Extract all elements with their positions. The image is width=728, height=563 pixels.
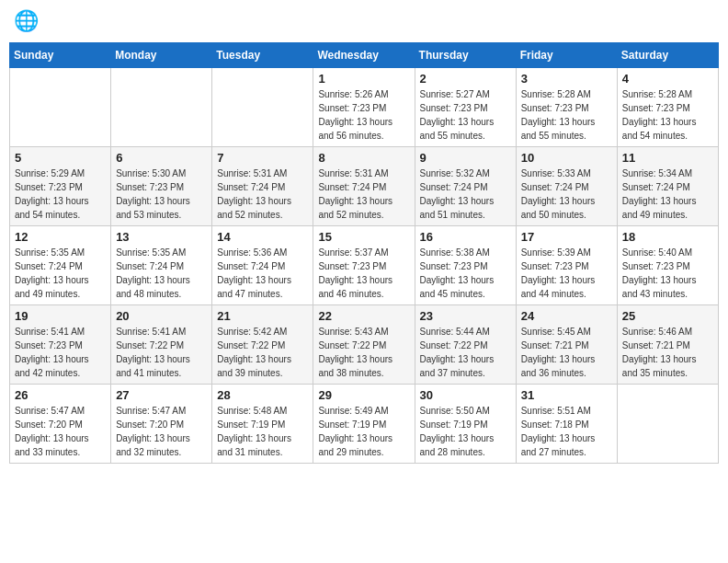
page-header: 🌐 [9,9,719,35]
day-number: 4 [622,72,713,86]
day-info: Sunrise: 5:27 AMSunset: 7:23 PMDaylight:… [420,87,511,143]
day-number: 7 [217,151,308,165]
day-info: Sunrise: 5:43 AMSunset: 7:22 PMDaylight:… [318,325,409,380]
calendar-day-cell: 16Sunrise: 5:38 AMSunset: 7:23 PMDayligh… [415,226,516,305]
day-info: Sunrise: 5:35 AMSunset: 7:24 PMDaylight:… [116,246,207,301]
day-number: 29 [318,388,409,402]
calendar-day-cell [111,68,212,147]
day-number: 26 [15,388,106,402]
day-number: 9 [420,151,511,165]
day-info: Sunrise: 5:48 AMSunset: 7:19 PMDaylight:… [217,404,308,459]
calendar-header-cell: Sunday [10,43,111,68]
day-number: 15 [318,230,409,244]
calendar-day-cell: 26Sunrise: 5:47 AMSunset: 7:20 PMDayligh… [10,385,111,464]
day-number: 10 [521,151,612,165]
day-info: Sunrise: 5:39 AMSunset: 7:23 PMDaylight:… [521,246,612,301]
day-info: Sunrise: 5:29 AMSunset: 7:23 PMDaylight:… [15,167,106,222]
calendar-day-cell: 13Sunrise: 5:35 AMSunset: 7:24 PMDayligh… [111,226,212,305]
day-info: Sunrise: 5:42 AMSunset: 7:22 PMDaylight:… [217,325,308,380]
calendar-day-cell: 3Sunrise: 5:28 AMSunset: 7:23 PMDaylight… [516,68,617,147]
calendar-body: 1Sunrise: 5:26 AMSunset: 7:23 PMDaylight… [10,68,719,464]
calendar-header-cell: Wednesday [313,43,415,68]
calendar-week-row: 19Sunrise: 5:41 AMSunset: 7:23 PMDayligh… [10,305,719,385]
calendar-day-cell: 21Sunrise: 5:42 AMSunset: 7:22 PMDayligh… [212,305,313,385]
day-info: Sunrise: 5:35 AMSunset: 7:24 PMDaylight:… [15,246,106,301]
calendar-day-cell: 18Sunrise: 5:40 AMSunset: 7:23 PMDayligh… [617,226,718,305]
day-info: Sunrise: 5:31 AMSunset: 7:24 PMDaylight:… [318,167,409,222]
calendar-day-cell: 10Sunrise: 5:33 AMSunset: 7:24 PMDayligh… [516,147,617,226]
calendar-day-cell: 24Sunrise: 5:45 AMSunset: 7:21 PMDayligh… [516,305,617,385]
calendar-week-row: 26Sunrise: 5:47 AMSunset: 7:20 PMDayligh… [10,385,719,464]
calendar-week-row: 1Sunrise: 5:26 AMSunset: 7:23 PMDaylight… [10,68,719,147]
day-info: Sunrise: 5:34 AMSunset: 7:24 PMDaylight:… [622,167,713,222]
day-number: 21 [217,309,308,323]
day-info: Sunrise: 5:37 AMSunset: 7:23 PMDaylight:… [318,246,409,301]
calendar-day-cell: 22Sunrise: 5:43 AMSunset: 7:22 PMDayligh… [313,305,415,385]
calendar-day-cell: 12Sunrise: 5:35 AMSunset: 7:24 PMDayligh… [10,226,111,305]
day-number: 17 [521,230,612,244]
calendar-header-cell: Saturday [617,43,718,68]
calendar-day-cell: 4Sunrise: 5:28 AMSunset: 7:23 PMDaylight… [617,68,718,147]
day-number: 2 [420,72,511,86]
calendar-header-cell: Friday [516,43,617,68]
logo-icon: 🌐 [13,9,39,35]
calendar-day-cell: 28Sunrise: 5:48 AMSunset: 7:19 PMDayligh… [212,385,313,464]
day-number: 12 [15,230,106,244]
calendar-header: SundayMondayTuesdayWednesdayThursdayFrid… [10,43,719,68]
calendar-week-row: 12Sunrise: 5:35 AMSunset: 7:24 PMDayligh… [10,226,719,305]
day-number: 24 [521,309,612,323]
calendar-day-cell: 20Sunrise: 5:41 AMSunset: 7:22 PMDayligh… [111,305,212,385]
day-number: 27 [116,388,207,402]
svg-text:🌐: 🌐 [14,9,40,33]
calendar-day-cell: 15Sunrise: 5:37 AMSunset: 7:23 PMDayligh… [313,226,415,305]
day-info: Sunrise: 5:28 AMSunset: 7:23 PMDaylight:… [521,87,612,143]
logo: 🌐 [13,9,40,35]
calendar-day-cell: 30Sunrise: 5:50 AMSunset: 7:19 PMDayligh… [415,385,516,464]
calendar-day-cell: 8Sunrise: 5:31 AMSunset: 7:24 PMDaylight… [313,147,415,226]
day-info: Sunrise: 5:46 AMSunset: 7:21 PMDaylight:… [622,325,713,380]
calendar-day-cell: 5Sunrise: 5:29 AMSunset: 7:23 PMDaylight… [10,147,111,226]
day-number: 3 [521,72,612,86]
day-number: 18 [622,230,713,244]
day-number: 14 [217,230,308,244]
calendar-header-cell: Monday [111,43,212,68]
day-number: 19 [15,309,106,323]
day-number: 23 [420,309,511,323]
calendar-header-cell: Tuesday [212,43,313,68]
day-info: Sunrise: 5:45 AMSunset: 7:21 PMDaylight:… [521,325,612,380]
day-number: 5 [15,151,106,165]
day-number: 20 [116,309,207,323]
calendar-table: SundayMondayTuesdayWednesdayThursdayFrid… [9,42,719,464]
calendar-day-cell [617,385,718,464]
day-info: Sunrise: 5:49 AMSunset: 7:19 PMDaylight:… [318,404,409,459]
day-number: 6 [116,151,207,165]
day-number: 13 [116,230,207,244]
calendar-day-cell: 14Sunrise: 5:36 AMSunset: 7:24 PMDayligh… [212,226,313,305]
calendar-day-cell: 17Sunrise: 5:39 AMSunset: 7:23 PMDayligh… [516,226,617,305]
calendar-day-cell: 7Sunrise: 5:31 AMSunset: 7:24 PMDaylight… [212,147,313,226]
day-number: 31 [521,388,612,402]
day-info: Sunrise: 5:30 AMSunset: 7:23 PMDaylight:… [116,167,207,222]
day-number: 25 [622,309,713,323]
day-number: 11 [622,151,713,165]
calendar-day-cell: 23Sunrise: 5:44 AMSunset: 7:22 PMDayligh… [415,305,516,385]
calendar-day-cell: 19Sunrise: 5:41 AMSunset: 7:23 PMDayligh… [10,305,111,385]
day-info: Sunrise: 5:41 AMSunset: 7:23 PMDaylight:… [15,325,106,380]
day-info: Sunrise: 5:41 AMSunset: 7:22 PMDaylight:… [116,325,207,380]
calendar-day-cell [212,68,313,147]
day-info: Sunrise: 5:32 AMSunset: 7:24 PMDaylight:… [420,167,511,222]
calendar-week-row: 5Sunrise: 5:29 AMSunset: 7:23 PMDaylight… [10,147,719,226]
calendar-header-cell: Thursday [415,43,516,68]
day-info: Sunrise: 5:38 AMSunset: 7:23 PMDaylight:… [420,246,511,301]
day-info: Sunrise: 5:47 AMSunset: 7:20 PMDaylight:… [15,404,106,459]
day-info: Sunrise: 5:26 AMSunset: 7:23 PMDaylight:… [318,87,409,143]
day-number: 28 [217,388,308,402]
calendar-day-cell [10,68,111,147]
day-number: 1 [318,72,409,86]
day-number: 8 [318,151,409,165]
calendar-day-cell: 11Sunrise: 5:34 AMSunset: 7:24 PMDayligh… [617,147,718,226]
day-number: 22 [318,309,409,323]
calendar-day-cell: 25Sunrise: 5:46 AMSunset: 7:21 PMDayligh… [617,305,718,385]
calendar-day-cell: 9Sunrise: 5:32 AMSunset: 7:24 PMDaylight… [415,147,516,226]
day-number: 16 [420,230,511,244]
